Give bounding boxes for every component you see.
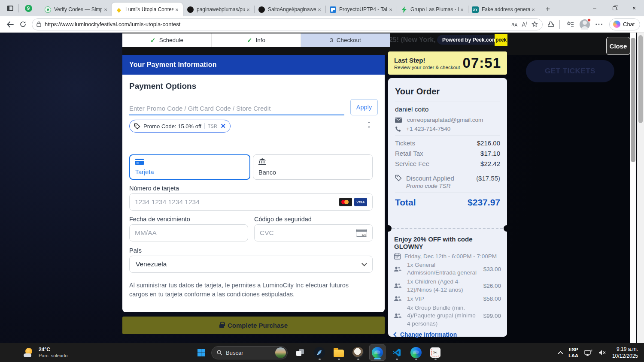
complete-purchase-button[interactable]: Complete Purchase bbox=[122, 317, 385, 334]
tab-close-icon[interactable]: × bbox=[102, 6, 109, 13]
tab-fake-address[interactable]: XY Fake address generator × bbox=[468, 3, 539, 16]
more-menu-icon[interactable]: ··· bbox=[593, 18, 606, 31]
favorite-star-icon[interactable] bbox=[532, 21, 538, 27]
divider bbox=[38, 4, 38, 12]
card-number-label: Número de tarjeta bbox=[129, 185, 179, 192]
tab-search-icon[interactable] bbox=[3, 2, 16, 14]
volume-muted-icon[interactable] bbox=[598, 350, 606, 356]
start-button[interactable] bbox=[193, 345, 209, 360]
dog-app-button[interactable] bbox=[350, 344, 366, 361]
translate-icon[interactable]: aA bbox=[511, 21, 517, 27]
tab-close-icon[interactable]: × bbox=[245, 6, 252, 13]
minimize-button[interactable]: – bbox=[585, 0, 605, 16]
card-number-field[interactable]: VISA bbox=[129, 193, 373, 211]
close-checkout-button[interactable]: Close bbox=[606, 37, 630, 55]
back-button[interactable] bbox=[3, 18, 16, 31]
browser-toolbar: https://www.luminocityfestival.com/lumis… bbox=[0, 16, 644, 33]
ticket-item: 1x VIP $58.00 bbox=[394, 295, 501, 303]
apply-button[interactable]: Apply bbox=[350, 99, 378, 115]
clock[interactable]: 9:19 a.m. 10/12/2025 bbox=[612, 346, 638, 359]
promo-code-input[interactable] bbox=[129, 101, 344, 115]
tab-close-icon[interactable]: × bbox=[530, 6, 537, 13]
tab-close-icon[interactable]: × bbox=[173, 6, 180, 13]
address-bar[interactable]: https://www.luminocityfestival.com/lumis… bbox=[32, 18, 543, 30]
scrollbar-thumb[interactable] bbox=[631, 38, 635, 162]
step-info[interactable]: ✓ Info bbox=[212, 33, 301, 47]
tab-verify-codes[interactable]: Verify Codes — SimplyC × bbox=[40, 3, 112, 16]
taskbar-search[interactable]: Buscar bbox=[211, 346, 288, 359]
close-window-button[interactable]: × bbox=[624, 0, 644, 16]
inner-scrollbar[interactable] bbox=[630, 33, 636, 343]
cvc-field[interactable] bbox=[254, 224, 373, 241]
expiry-field[interactable] bbox=[129, 224, 248, 241]
extensions-icon[interactable] bbox=[544, 18, 557, 31]
get-tickets-button[interactable]: GET TICKETS bbox=[526, 60, 614, 82]
profile-avatar[interactable] bbox=[578, 18, 591, 31]
feather-app-button[interactable] bbox=[311, 344, 328, 361]
step-schedule[interactable]: ✓ Schedule bbox=[122, 33, 212, 47]
refresh-button[interactable] bbox=[16, 18, 29, 31]
phone-icon bbox=[395, 126, 401, 132]
scrollbar-thumb[interactable] bbox=[638, 35, 643, 123]
read-aloud-icon[interactable]: A⟩ bbox=[522, 21, 527, 28]
people-icon bbox=[394, 313, 401, 319]
restore-button[interactable] bbox=[605, 0, 624, 16]
weather-widget[interactable]: 24°C Parc. soleado bbox=[24, 347, 101, 359]
step-checkout[interactable]: 3 Checkout bbox=[301, 33, 390, 47]
tag-icon bbox=[134, 123, 140, 130]
event-datetime-row: Friday, Dec 12th - 6:00PM - 7:00PM bbox=[394, 253, 501, 259]
tab-close-icon[interactable]: × bbox=[459, 6, 465, 13]
favorites-bar-icon[interactable] bbox=[564, 18, 577, 31]
new-tab-button[interactable]: + bbox=[542, 3, 554, 15]
pinned-tab[interactable]: 9 bbox=[21, 2, 36, 15]
summary-row-retail-tax: Retail Tax $17.10 bbox=[395, 150, 500, 157]
language-indicator[interactable]: ESP LAA bbox=[568, 347, 578, 359]
bolt-icon bbox=[401, 6, 407, 13]
promo-chip: Promo Code: 15.0% off TSR ✕ bbox=[129, 120, 231, 133]
edge-secondary-button[interactable] bbox=[408, 344, 424, 361]
cvc-input[interactable] bbox=[260, 229, 356, 237]
payment-method-bank[interactable]: Banco bbox=[253, 154, 373, 180]
tab-close-icon[interactable]: × bbox=[316, 6, 323, 13]
tab-proyectouptp4[interactable]: ProyectoUPTP4 - Tablero × bbox=[325, 3, 397, 16]
visa-icon: VISA bbox=[354, 198, 367, 206]
weather-icon bbox=[24, 348, 35, 357]
remove-promo-icon[interactable]: ✕ bbox=[220, 122, 226, 130]
quantity-stepper[interactable]: ▲▼ bbox=[368, 121, 371, 129]
change-information-link[interactable]: Change information bbox=[394, 331, 501, 338]
discount-note: Promo code TSR bbox=[406, 183, 500, 189]
copilot-icon bbox=[613, 21, 620, 28]
tab-lumis-utopia[interactable]: ◆ Lumi's Utopia Contest × bbox=[112, 3, 183, 16]
tab-grupo-las-plumas[interactable]: Grupo Las Plumas - Inici × bbox=[397, 3, 468, 16]
file-explorer-button[interactable] bbox=[331, 344, 347, 361]
notification-dot bbox=[587, 18, 591, 22]
github-icon bbox=[187, 6, 194, 13]
order-summary-panel: Your Order daniel coito correoparaplatad… bbox=[388, 78, 507, 229]
tab-saltoangel[interactable]: SaltoAngel/paginawebp × bbox=[254, 3, 325, 16]
ticket-item: 1x Children (Aged 4-12)/Niños (4-12 años… bbox=[394, 278, 501, 293]
snipping-tool-button[interactable]: ✂ bbox=[427, 344, 444, 361]
browser-tab-bar: 9 Verify Codes — SimplyC × ◆ Lumi's Utop… bbox=[0, 0, 644, 16]
mastercard-icon bbox=[339, 198, 352, 206]
copilot-chat-button[interactable]: Chat bbox=[609, 18, 640, 30]
cvc-card-icon bbox=[356, 229, 367, 237]
timer-countdown: 07:51 bbox=[463, 55, 501, 71]
tab-paginawebplumas[interactable]: paginawebplumas/publi × bbox=[183, 3, 254, 16]
country-select[interactable]: Venezuela bbox=[129, 256, 373, 273]
payment-method-card[interactable]: Tarjeta bbox=[129, 154, 250, 180]
expiry-input[interactable] bbox=[135, 229, 243, 237]
search-placeholder: Buscar bbox=[226, 350, 272, 356]
github-icon bbox=[258, 6, 265, 13]
discount-row: Discount Applied ($17.55) bbox=[395, 175, 500, 182]
date: 10/12/2025 bbox=[612, 353, 638, 359]
card-number-input[interactable] bbox=[135, 198, 339, 206]
divider bbox=[18, 4, 19, 12]
network-icon[interactable] bbox=[584, 349, 592, 356]
browser-scrollbar[interactable] bbox=[637, 33, 644, 343]
edge-browser-button[interactable] bbox=[369, 344, 386, 361]
tab-close-icon[interactable]: × bbox=[387, 6, 394, 13]
task-view-button[interactable] bbox=[292, 344, 308, 361]
bank-icon bbox=[258, 158, 266, 165]
vscode-button[interactable] bbox=[389, 344, 405, 361]
tray-chevron-icon[interactable] bbox=[558, 351, 563, 356]
